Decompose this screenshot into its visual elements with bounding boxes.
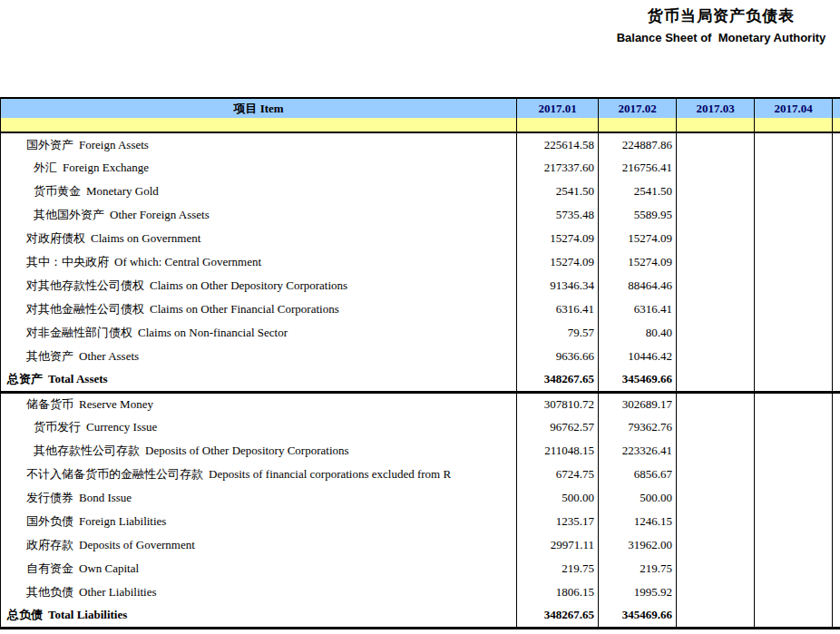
value-2017-03 xyxy=(677,439,755,463)
value-2017-04 xyxy=(755,156,833,180)
spacer-cell xyxy=(599,118,677,132)
value-2017-02: 302689.17 xyxy=(599,392,677,415)
item-label-cn: 对非金融性部门债权 xyxy=(26,326,132,339)
value-2017-03 xyxy=(677,415,755,439)
value-2017-04 xyxy=(755,297,833,321)
value-partial xyxy=(833,132,840,156)
value-2017-01: 6724.75 xyxy=(517,463,599,486)
value-2017-03 xyxy=(677,557,755,580)
table-row: 国外资产Foreign Assets 225614.58 224887.86 xyxy=(1,132,840,156)
value-2017-04 xyxy=(755,510,833,533)
value-2017-02: 88464.46 xyxy=(599,274,677,297)
value-2017-01: 5735.48 xyxy=(517,203,599,227)
item-label-en: Claims on Other Financial Corporations xyxy=(150,302,339,316)
item-cell: 货币黄金Monetary Gold xyxy=(1,180,517,203)
column-header-2017-03: 2017.03 xyxy=(677,98,755,118)
item-cell: 其他资产Other Assets xyxy=(1,345,517,368)
value-2017-02: 500.00 xyxy=(599,486,677,510)
value-partial xyxy=(833,203,840,227)
value-2017-03 xyxy=(677,250,755,274)
item-label-cn: 自有资金 xyxy=(26,561,73,575)
item-cell: 其中：中央政府Of which: Central Government xyxy=(1,250,517,274)
value-2017-04 xyxy=(755,321,833,345)
item-label-en: Other Liabilities xyxy=(79,585,157,599)
value-2017-02: 31962.00 xyxy=(599,533,677,557)
item-label-cn: 国外资产 xyxy=(26,138,73,151)
item-label-en: Foreign Assets xyxy=(79,138,149,151)
value-2017-03 xyxy=(677,132,755,156)
value-partial xyxy=(833,274,840,297)
value-2017-01: 348267.65 xyxy=(517,604,599,628)
value-2017-02: 80.40 xyxy=(599,321,677,345)
column-header-partial xyxy=(833,98,840,118)
column-header-2017-01: 2017.01 xyxy=(517,98,599,118)
item-cell: 货币发行Currency Issue xyxy=(1,415,517,439)
value-partial xyxy=(833,345,840,368)
value-2017-02: 5589.95 xyxy=(599,203,677,227)
value-2017-02: 6856.67 xyxy=(599,463,677,486)
value-2017-01: 211048.15 xyxy=(517,439,599,463)
table-row: 货币黄金Monetary Gold 2541.50 2541.50 xyxy=(1,180,840,203)
value-2017-04 xyxy=(755,368,833,392)
table-row: 总负债Total Liabilities 348267.65 345469.66 xyxy=(1,604,840,628)
value-2017-01: 348267.65 xyxy=(517,368,599,392)
value-2017-01: 217337.60 xyxy=(517,156,599,180)
item-cell: 总资产Total Assets xyxy=(1,368,517,392)
value-partial xyxy=(833,463,840,486)
table-row: 对其他存款性公司债权Claims on Other Depository Cor… xyxy=(1,274,840,297)
table-row: 自有资金Own Capital 219.75 219.75 xyxy=(1,557,840,580)
value-2017-04 xyxy=(755,463,833,486)
value-2017-04 xyxy=(755,132,833,156)
item-cell: 其他存款性公司存款Deposits of Other Depository Co… xyxy=(1,439,517,463)
value-2017-02: 10446.42 xyxy=(599,345,677,368)
item-label-cn: 国外负债 xyxy=(26,514,73,528)
spacer-cell xyxy=(677,118,755,132)
item-label-cn: 货币发行 xyxy=(34,420,81,434)
value-2017-03 xyxy=(677,203,755,227)
table-row: 其他负债Other Liabilities 1806.15 1995.92 xyxy=(1,580,840,604)
item-label-cn: 其他负债 xyxy=(26,585,73,599)
value-2017-04 xyxy=(755,345,833,368)
value-partial xyxy=(833,392,840,415)
item-label-en: Claims on Government xyxy=(91,231,200,245)
yellow-spacer-row xyxy=(1,118,840,132)
value-2017-01: 96762.57 xyxy=(517,415,599,439)
value-2017-03 xyxy=(677,510,755,533)
item-label-en: Other Foreign Assets xyxy=(110,208,210,221)
item-cell: 其他国外资产Other Foreign Assets xyxy=(1,203,517,227)
value-partial xyxy=(833,180,840,203)
value-2017-04 xyxy=(755,415,833,439)
item-label-en: Foreign Exchange xyxy=(63,161,149,174)
table-row: 其中：中央政府Of which: Central Government 1527… xyxy=(1,250,840,274)
item-label-cn: 发行债券 xyxy=(26,491,73,504)
item-cell: 自有资金Own Capital xyxy=(1,557,517,580)
value-2017-01: 15274.09 xyxy=(517,227,599,250)
value-2017-04 xyxy=(755,274,833,297)
item-label-cn: 其他资产 xyxy=(26,349,73,363)
spacer-cell xyxy=(517,118,599,132)
value-2017-03 xyxy=(677,180,755,203)
value-2017-02: 6316.41 xyxy=(599,297,677,321)
item-cell: 对其他金融性公司债权Claims on Other Financial Corp… xyxy=(1,297,517,321)
report-title: 货币当局资产负债表 Balance Sheet of Monetary Auth… xyxy=(594,6,840,45)
item-label-cn: 总资产 xyxy=(7,372,43,385)
item-label-en: Own Capital xyxy=(79,561,139,575)
item-cell: 国外资产Foreign Assets xyxy=(1,132,517,156)
table-row: 不计入储备货币的金融性公司存款Deposits of financial cor… xyxy=(1,463,840,486)
table-row: 对政府债权Claims on Government 15274.09 15274… xyxy=(1,227,840,250)
spacer-cell xyxy=(833,118,840,132)
value-partial xyxy=(833,486,840,510)
table-row: 其他资产Other Assets 9636.66 10446.42 xyxy=(1,345,840,368)
value-2017-01: 219.75 xyxy=(517,557,599,580)
item-label-en: Claims on Non-financial Sector xyxy=(138,326,288,339)
value-2017-01: 29971.11 xyxy=(517,533,599,557)
table-row: 对其他金融性公司债权Claims on Other Financial Corp… xyxy=(1,297,840,321)
item-cell: 对其他存款性公司债权Claims on Other Depository Cor… xyxy=(1,274,517,297)
value-2017-04 xyxy=(755,227,833,250)
item-label-cn: 其他存款性公司存款 xyxy=(34,444,140,457)
column-header-2017-04: 2017.04 xyxy=(755,98,833,118)
item-label-cn: 对政府债权 xyxy=(26,231,85,245)
column-header-2017-02: 2017.02 xyxy=(599,98,677,118)
item-cell: 外汇Foreign Exchange xyxy=(1,156,517,180)
table-row: 发行债券Bond Issue 500.00 500.00 xyxy=(1,486,840,510)
